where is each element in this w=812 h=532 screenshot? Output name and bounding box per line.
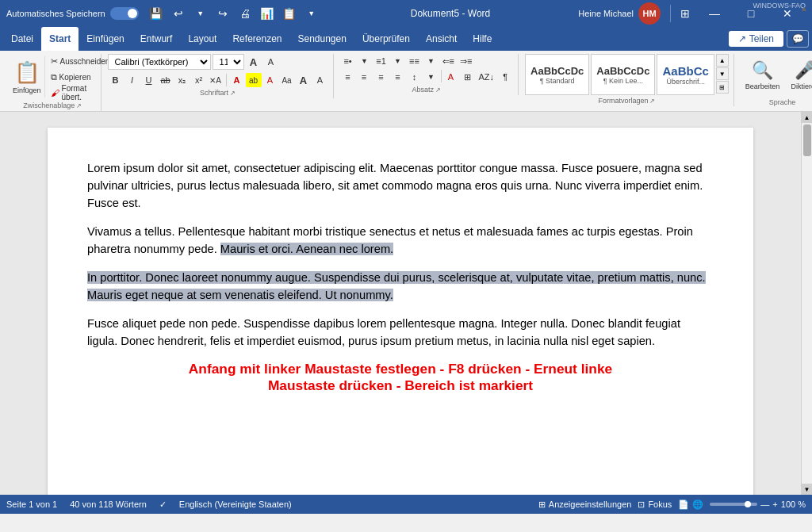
list-numbers-dd-btn[interactable]: ▼ [390, 54, 406, 68]
window-settings-btn[interactable]: ⊞ [674, 4, 696, 23]
font-color2-btn[interactable]: A [262, 73, 278, 87]
menu-einfuegen[interactable]: Einfügen [79, 27, 132, 51]
align-center-btn[interactable]: ≡ [357, 70, 373, 84]
clipboard-small-btns: ✂ Ausschneiden ⧉ Kopieren 🖌 Format übert… [48, 54, 96, 100]
ribbon-collapse-btn[interactable]: ▲ [799, 3, 809, 13]
list-bullets-btn[interactable]: ≡• [340, 54, 356, 68]
share-button[interactable]: ↗ Teilen [729, 31, 783, 47]
view-web-icon[interactable]: 🌐 [692, 499, 703, 510]
align-left-btn[interactable]: ≡ [340, 70, 356, 84]
doc-area[interactable]: Lorem ipsum dolor sit amet, consectetuer… [0, 112, 801, 495]
menu-start[interactable]: Start [41, 27, 79, 51]
undo-dropdown-btn[interactable]: ▼ [190, 4, 212, 23]
menu-datei[interactable]: Datei [3, 27, 41, 51]
text-grow-btn[interactable]: A [296, 73, 312, 87]
display-settings[interactable]: ⊞ Anzeigeeinstellungen [538, 499, 632, 510]
list-multi-dd-btn[interactable]: ▼ [423, 54, 439, 68]
text-shrink-btn[interactable]: A [312, 73, 328, 87]
menu-ansicht[interactable]: Ansicht [418, 27, 465, 51]
style-ueberschrift[interactable]: AaBbCc Überschrif... [657, 54, 714, 95]
strikethrough-btn[interactable]: ab [158, 73, 174, 87]
kopieren-btn[interactable]: ⧉ Kopieren [48, 70, 96, 84]
align-justify-btn[interactable]: ≡ [390, 70, 406, 84]
more-icon-btn[interactable]: ▼ [301, 4, 323, 23]
redo-icon-btn[interactable]: ↪ [212, 4, 234, 23]
scroll-track[interactable] [802, 123, 812, 484]
shading-btn[interactable]: A [443, 70, 459, 84]
menu-referenzen[interactable]: Referenzen [224, 27, 289, 51]
menu-layout[interactable]: Layout [180, 27, 224, 51]
scroll-down-btn[interactable]: ▼ [802, 484, 813, 495]
paragraph-4: Fusce aliquet pede non pede. Suspendisse… [87, 315, 714, 350]
scroll-up-btn[interactable]: ▲ [802, 112, 813, 123]
save-icon-btn[interactable]: 💾 [145, 4, 167, 23]
comments-button[interactable]: 💬 [787, 30, 809, 48]
user-initials: HM [642, 9, 656, 18]
menu-entwurf[interactable]: Entwurf [132, 27, 181, 51]
misc-icon-btn[interactable]: 📊 [256, 4, 278, 23]
menu-sendungen[interactable]: Sendungen [290, 27, 354, 51]
word-count[interactable]: 40 von 118 Wörtern [70, 499, 147, 509]
view-print-icon[interactable]: 📄 [678, 499, 689, 510]
undo-icon-btn[interactable]: ↩ [167, 4, 190, 23]
style-scroll-up-btn[interactable]: ▲ [716, 54, 729, 67]
instruction-text: Anfang mit linker Maustaste festlegen - … [87, 361, 714, 394]
font-color-btn[interactable]: A [229, 73, 245, 87]
minimize-button[interactable]: — [696, 0, 733, 27]
zoom-slider[interactable] [710, 503, 757, 506]
word-count-text: 40 von 118 Wörtern [70, 499, 147, 509]
font-size-select[interactable]: 11 [213, 54, 244, 70]
list-multi-btn[interactable]: ≡≡ [407, 54, 423, 68]
bearbeiten-button[interactable]: 🔍 Bearbeiten [741, 54, 785, 97]
style-scroll-controls: ▲ ▼ ⊞ [716, 54, 729, 94]
style-scroll-down-btn[interactable]: ▼ [716, 67, 729, 80]
sort-btn[interactable]: AZ↓ [477, 70, 497, 84]
misc2-icon-btn[interactable]: 📋 [278, 4, 301, 23]
status-bar: Seite 1 von 1 40 von 118 Wörtern ✓ Engli… [0, 495, 812, 514]
zoom-minus-btn[interactable]: — [760, 499, 769, 509]
indent-increase-btn[interactable]: ⇒≡ [458, 54, 474, 68]
absatz-expand-icon[interactable]: ↗ [435, 86, 441, 94]
subscript-btn[interactable]: x₂ [174, 73, 190, 87]
font-size-down-btn[interactable]: A [263, 55, 279, 69]
zoom-plus-btn[interactable]: + [772, 499, 777, 509]
style-scroll-expand-btn[interactable]: ⊞ [716, 81, 729, 94]
line-spacing-btn[interactable]: ↕ [407, 70, 423, 84]
superscript-btn[interactable]: x² [191, 73, 207, 87]
font-family-select[interactable]: Calibri (Textkörper) [108, 54, 211, 70]
line-spacing-dd-btn[interactable]: ▼ [423, 70, 439, 84]
align-right-btn[interactable]: ≡ [373, 70, 389, 84]
formatvorlagen-expand-icon[interactable]: ↗ [649, 98, 655, 105]
style-standard[interactable]: AaBbCcDc ¶ Standard [525, 54, 589, 95]
user-avatar[interactable]: HM [638, 2, 661, 25]
pilcrow-btn[interactable]: ¶ [497, 70, 513, 84]
schriftart-expand-icon[interactable]: ↗ [230, 90, 236, 97]
print-icon-btn[interactable]: 🖨 [234, 4, 256, 23]
format-btn[interactable]: 🖌 Format übert. [48, 86, 96, 100]
list-bullets-dd-btn[interactable]: ▼ [357, 54, 373, 68]
bold-btn[interactable]: B [108, 73, 124, 87]
scroll-thumb[interactable] [803, 124, 811, 156]
kopieren-icon: ⧉ [51, 72, 57, 82]
border-btn[interactable]: ⊞ [460, 70, 476, 84]
font-size-up-btn[interactable]: A [246, 55, 262, 69]
autosave-toggle[interactable] [110, 7, 139, 20]
einfuegen-button[interactable]: 📋 Einfügen [10, 55, 45, 98]
menu-hilfe[interactable]: Hilfe [465, 27, 500, 51]
underline-btn[interactable]: U [141, 73, 157, 87]
style-kein-lee[interactable]: AaBbCcDc ¶ Kein Lee... [591, 54, 655, 95]
list-numbers-btn[interactable]: ≡1 [373, 54, 389, 68]
zwischenablage-expand-icon[interactable]: ↗ [76, 102, 82, 109]
menu-ueberpruefen[interactable]: Überprüfen [354, 27, 418, 51]
language-status[interactable]: Englisch (Vereinigte Staaten) [179, 499, 292, 509]
italic-btn[interactable]: I [124, 73, 140, 87]
highlight-btn[interactable]: ab [246, 73, 262, 87]
kopieren-label: Kopieren [59, 73, 91, 82]
clear-format-btn[interactable]: ✕A [208, 73, 224, 87]
diktieren-button[interactable]: 🎤 Diktieren [786, 54, 812, 97]
focus-mode[interactable]: ⊡ Fokus [638, 499, 672, 510]
bearbeiten-icon: 🔍 [752, 60, 773, 81]
ausschneiden-btn[interactable]: ✂ Ausschneiden [48, 54, 96, 68]
indent-decrease-btn[interactable]: ⇐≡ [440, 54, 457, 68]
text-case-btn[interactable]: Aa [279, 73, 295, 87]
